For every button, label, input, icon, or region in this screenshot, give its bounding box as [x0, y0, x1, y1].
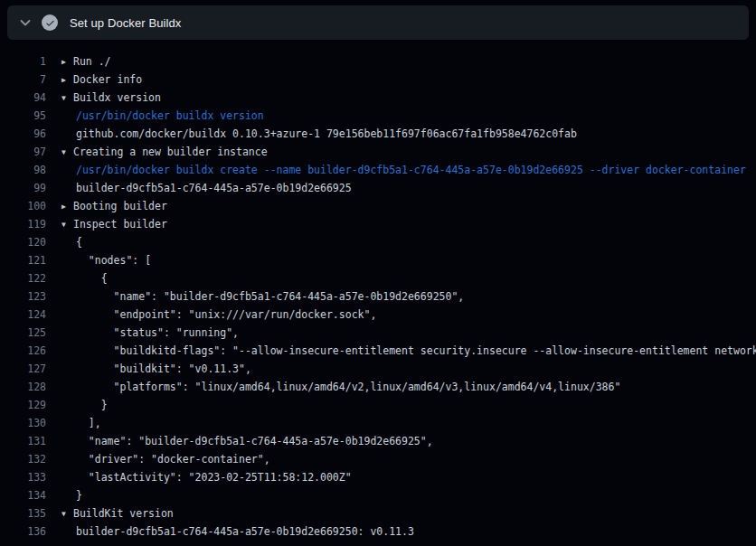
log-line[interactable]: 119 ▼Inspect builder: [0, 215, 756, 233]
log-line: 127 "buildkit": "v0.11.3",: [0, 360, 756, 378]
log-text: Booting builder: [73, 200, 167, 212]
line-number[interactable]: 7: [0, 71, 46, 89]
log-line: 125 "status": "running",: [0, 324, 756, 342]
log-line: 133 "lastActivity": "2023-02-25T11:58:12…: [0, 468, 756, 486]
log-text: BuildKit version: [73, 507, 174, 520]
log-line: 95 /usr/bin/docker buildx version: [0, 107, 756, 125]
log-line[interactable]: 1 ▶Run ./: [0, 52, 756, 71]
log-line: 98 /usr/bin/docker buildx create --name …: [0, 161, 756, 179]
log-line: 132 "driver": "docker-container",: [0, 450, 756, 468]
log-line: 123 "name": "builder-d9cfb5a1-c764-445a-…: [0, 287, 756, 306]
log-text: "status": "running",: [76, 326, 239, 339]
log-text: "buildkit": "v0.11.3",: [76, 362, 251, 375]
line-number[interactable]: 120: [0, 233, 46, 251]
group-collapsed-icon[interactable]: ▶: [61, 198, 73, 215]
line-number[interactable]: 119: [0, 215, 46, 233]
group-expanded-icon[interactable]: ▼: [61, 144, 73, 161]
log-line: 99 builder-d9cfb5a1-c764-445a-a57e-0b19d…: [0, 179, 756, 197]
log-line[interactable]: 97 ▼Creating a new builder instance: [0, 143, 756, 161]
line-number[interactable]: 100: [0, 197, 46, 215]
chevron-down-icon[interactable]: [13, 10, 38, 35]
log-text: Inspect builder: [73, 218, 167, 231]
log-text: Run ./: [73, 55, 111, 68]
group-collapsed-icon[interactable]: ▶: [61, 53, 73, 71]
line-number[interactable]: 135: [0, 504, 46, 522]
check-circle-icon: [42, 14, 58, 31]
log-text: }: [76, 399, 108, 411]
line-number[interactable]: 125: [0, 324, 46, 342]
log-text: "driver": "docker-container",: [76, 453, 270, 466]
log-text: }: [76, 489, 82, 502]
line-number[interactable]: 123: [0, 287, 46, 306]
log-line: 96 github.com/docker/buildx 0.10.3+azure…: [0, 125, 756, 143]
log-text: {: [76, 272, 108, 285]
log-text: "nodes": [: [76, 254, 151, 267]
log-text: "buildkitd-flags": "--allow-insecure-ent…: [76, 344, 756, 357]
log-line: 134 }: [0, 486, 756, 504]
line-number[interactable]: 121: [0, 251, 46, 269]
log-text: "platforms": "linux/amd64,linux/amd64/v2…: [76, 381, 620, 393]
line-number[interactable]: 122: [0, 269, 46, 287]
line-number[interactable]: 126: [0, 342, 46, 360]
log-text: builder-d9cfb5a1-c764-445a-a57e-0b19d2e6…: [76, 525, 414, 538]
log-line[interactable]: 135 ▼BuildKit version: [0, 504, 756, 522]
log-line: 131 "name": "builder-d9cfb5a1-c764-445a-…: [0, 432, 756, 450]
log-text: "lastActivity": "2023-02-25T11:58:12.000…: [76, 471, 352, 484]
log-text: /usr/bin/docker buildx create --name bui…: [76, 164, 746, 176]
log-text: "name": "builder-d9cfb5a1-c764-445a-a57e…: [76, 435, 433, 447]
line-number[interactable]: 98: [0, 161, 46, 179]
log-line: 124 "endpoint": "unix:///var/run/docker.…: [0, 306, 756, 324]
line-number[interactable]: 134: [0, 486, 46, 504]
group-expanded-icon[interactable]: ▼: [61, 216, 73, 233]
line-number[interactable]: 132: [0, 450, 46, 468]
log-text: Buildx version: [73, 91, 161, 104]
line-number[interactable]: 95: [0, 107, 46, 125]
group-expanded-icon[interactable]: ▼: [61, 505, 73, 522]
line-number[interactable]: 131: [0, 432, 46, 450]
line-number[interactable]: 1: [0, 52, 46, 71]
group-collapsed-icon[interactable]: ▶: [61, 71, 73, 89]
log-line: 130 ],: [0, 414, 756, 432]
line-number[interactable]: 127: [0, 360, 46, 378]
log-text: "name": "builder-d9cfb5a1-c764-445a-a57e…: [76, 290, 464, 303]
log-text: Docker info: [73, 73, 142, 86]
line-number[interactable]: 136: [0, 522, 46, 541]
line-number[interactable]: 97: [0, 143, 46, 161]
log-text: Creating a new builder instance: [73, 146, 268, 158]
log-lines: 1 ▶Run ./ 7 ▶Docker info 94 ▼Buildx vers…: [0, 40, 756, 541]
log-line: 128 "platforms": "linux/amd64,linux/amd6…: [0, 378, 756, 396]
log-text: builder-d9cfb5a1-c764-445a-a57e-0b19d2e6…: [76, 182, 352, 194]
log-line: 122 {: [0, 269, 756, 287]
line-number[interactable]: 124: [0, 306, 46, 324]
log-line: 136 builder-d9cfb5a1-c764-445a-a57e-0b19…: [0, 522, 756, 541]
log-text: {: [76, 236, 82, 249]
step-header[interactable]: Set up Docker Buildx: [7, 5, 749, 40]
log-text: /usr/bin/docker buildx version: [76, 109, 264, 122]
log-line[interactable]: 100 ▶Booting builder: [0, 197, 756, 215]
log-text: github.com/docker/buildx 0.10.3+azure-1 …: [76, 127, 577, 140]
log-line: 129 }: [0, 396, 756, 414]
log-text: ],: [76, 417, 101, 429]
log-text: "endpoint": "unix:///var/run/docker.sock…: [76, 308, 376, 321]
line-number[interactable]: 96: [0, 125, 46, 143]
line-number[interactable]: 128: [0, 378, 46, 396]
line-number[interactable]: 130: [0, 414, 46, 432]
log-line[interactable]: 94 ▼Buildx version: [0, 89, 756, 107]
log-line: 126 "buildkitd-flags": "--allow-insecure…: [0, 342, 756, 360]
line-number[interactable]: 129: [0, 396, 46, 414]
line-number[interactable]: 99: [0, 179, 46, 197]
log-line: 120 {: [0, 233, 756, 251]
step-title: Set up Docker Buildx: [70, 16, 181, 30]
log-line[interactable]: 7 ▶Docker info: [0, 71, 756, 89]
line-number[interactable]: 133: [0, 468, 46, 486]
actions-log-window: Set up Docker Buildx 1 ▶Run ./ 7 ▶Docker…: [0, 5, 756, 541]
group-expanded-icon[interactable]: ▼: [61, 89, 73, 107]
log-line: 121 "nodes": [: [0, 251, 756, 269]
line-number[interactable]: 94: [0, 89, 46, 107]
